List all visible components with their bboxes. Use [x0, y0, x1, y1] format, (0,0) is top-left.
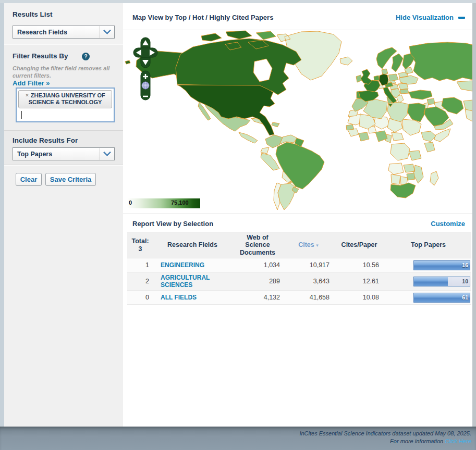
clear-button[interactable]: Clear [16, 173, 42, 186]
hide-visualization-link[interactable]: Hide Visualization [396, 14, 465, 21]
top-papers-value: 16 [462, 262, 468, 268]
filter-tags-input[interactable]: ✕ZHEJIANG UNIVERSITY OF SCIENCE & TECHNO… [16, 88, 115, 122]
results-list-dropdown-value: Research Fields [13, 26, 100, 38]
top-papers-value: 61 [462, 294, 468, 301]
col-wos-documents[interactable]: Web of Science Documents [231, 232, 284, 258]
footer-line2: For more information Click Here [0, 438, 471, 445]
footer: InCites Essential Science Indicators dat… [0, 427, 476, 450]
row-rank: 0 [127, 294, 153, 301]
top-papers-bar: 16 [413, 260, 470, 270]
top-papers-bar: 61 [413, 293, 470, 303]
results-list-heading: Results List [13, 10, 53, 18]
top-papers-bar-fill [414, 293, 470, 302]
include-results-dropdown[interactable]: Top Papers [13, 147, 115, 160]
row-rank: 1 [127, 261, 153, 269]
row-rank: 2 [127, 278, 153, 285]
filter-tag-label: ZHEJIANG UNIVERSITY OF SCIENCE & TECHNOL… [29, 92, 105, 105]
map-canvas[interactable] [123, 30, 472, 214]
row-cites: 3,643 [284, 278, 333, 285]
results-list-dropdown[interactable]: Research Fields [13, 26, 115, 39]
filter-note: Changing the filter field removes all cu… [13, 65, 116, 80]
total-label: Total: [129, 238, 151, 245]
add-filter-link[interactable]: Add Filter » [13, 79, 50, 87]
save-criteria-button[interactable]: Save Criteria [45, 173, 96, 186]
hide-visualization-label: Hide Visualization [396, 14, 454, 21]
close-icon[interactable]: ✕ [25, 93, 29, 98]
legend-min-label: 0 [129, 199, 132, 206]
table-row: 2 AGRICULTURAL SCIENCES 289 3,643 12.61 … [127, 272, 471, 291]
row-top-papers-cell: 61 [385, 293, 471, 303]
cites-label: Cites [298, 241, 314, 248]
table-row: 1 ENGINEERING 1,034 10,917 10.56 16 [127, 258, 471, 272]
frame-right [472, 3, 476, 427]
row-cites-per-paper: 12.61 [333, 278, 385, 285]
include-results-heading: Include Results For [13, 136, 78, 144]
row-documents: 289 [231, 278, 284, 285]
map-country-germany[interactable] [379, 74, 388, 85]
actions-section [4, 165, 123, 427]
text-caret [21, 111, 22, 119]
include-results-dropdown-value: Top Papers [13, 148, 100, 160]
sidebar: Results List Research Fields Filter Resu… [4, 3, 123, 427]
legend-max-label: 75,100 [171, 199, 189, 206]
row-field-link[interactable]: ALL FIELDS [153, 294, 231, 301]
chevron-down-icon[interactable] [100, 148, 114, 160]
row-documents: 4,132 [231, 294, 284, 301]
help-icon[interactable]: ? [82, 53, 90, 60]
total-count: 3 [129, 245, 151, 253]
click-here-link[interactable]: Click Here [445, 438, 471, 444]
globe-icon[interactable] [142, 82, 149, 89]
world-choropleth-map[interactable]: 0 75,100 [123, 30, 472, 214]
footer-line2-text: For more information [390, 438, 443, 444]
map-controls[interactable] [130, 35, 162, 106]
top-papers-bar-fill [414, 277, 448, 286]
chevron-down-icon[interactable] [100, 26, 114, 38]
row-cites-per-paper: 10.56 [333, 261, 385, 269]
map-country-uk[interactable] [361, 69, 372, 84]
map-country-russia[interactable] [409, 42, 472, 81]
row-field-link[interactable]: ENGINEERING [153, 261, 231, 269]
row-cites: 41,658 [284, 294, 333, 301]
row-documents: 1,034 [231, 261, 284, 269]
map-view-title: Map View by Top / Hot / Highly Cited Pap… [132, 14, 273, 21]
row-cites-per-paper: 10.08 [333, 294, 385, 301]
collapse-minus-icon[interactable] [458, 17, 465, 19]
map-country-brazil[interactable] [276, 142, 324, 189]
main-panel: Map View by Top / Hot / Highly Cited Pap… [123, 3, 472, 427]
divider [123, 214, 472, 214]
top-papers-value: 10 [462, 278, 468, 284]
filter-heading: Filter Results By [13, 52, 68, 60]
map-country-usa[interactable] [177, 85, 275, 135]
table-row: 0 ALL FIELDS 4,132 41,658 10.08 61 [127, 291, 471, 305]
map-legend-gradient: 0 75,100 [127, 198, 200, 208]
col-research-fields[interactable]: Research Fields [153, 240, 231, 250]
top-papers-bar: 10 [413, 277, 470, 286]
row-top-papers-cell: 16 [385, 260, 471, 270]
frame-left [0, 3, 4, 427]
row-cites: 10,917 [284, 261, 333, 269]
row-top-papers-cell: 10 [385, 277, 471, 286]
total-header: Total: 3 [127, 236, 153, 254]
filter-tag: ✕ZHEJIANG UNIVERSITY OF SCIENCE & TECHNO… [18, 90, 112, 108]
col-cites-per-paper[interactable]: Cites/Paper [333, 240, 385, 250]
col-cites-sorted[interactable]: Cites ▾ [284, 240, 333, 250]
report-table-header: Total: 3 Research Fields Web of Science … [127, 232, 471, 258]
report-view-title: Report View by Selection [132, 220, 213, 228]
col-top-papers[interactable]: Top Papers [385, 240, 471, 250]
footer-line1: InCites Essential Science Indicators dat… [0, 430, 471, 438]
row-field-link[interactable]: AGRICULTURAL SCIENCES [153, 274, 231, 289]
report-table: Total: 3 Research Fields Web of Science … [127, 232, 471, 305]
top-papers-bar-fill [414, 261, 470, 270]
customize-link[interactable]: Customize [431, 220, 465, 228]
sort-descending-icon: ▾ [316, 243, 319, 248]
